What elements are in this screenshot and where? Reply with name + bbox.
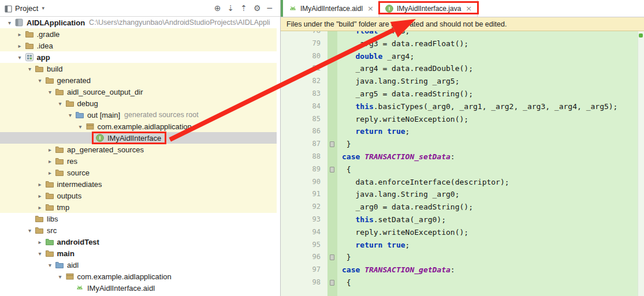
line-number[interactable]: 83 bbox=[281, 88, 327, 100]
tree-item-label: build bbox=[47, 65, 62, 73]
hide-panel-icon[interactable]: ─ bbox=[267, 4, 272, 12]
line-number[interactable]: 85 bbox=[281, 113, 327, 126]
code-line: 93 this.setData(_arg0); bbox=[281, 213, 638, 226]
chevron-down-icon[interactable]: ▾ bbox=[5, 20, 14, 26]
chevron-right-icon[interactable]: ▸ bbox=[15, 31, 25, 38]
folder-src-icon bbox=[55, 260, 64, 269]
settings-gear-icon[interactable]: ⚙ bbox=[254, 4, 261, 12]
package-icon bbox=[85, 122, 95, 131]
chevron-right-icon[interactable]: ▸ bbox=[35, 204, 45, 211]
tree-item-com-example-aidlapplication[interactable]: ▾com.example.aidlapplication bbox=[0, 271, 277, 282]
line-number[interactable]: 89 bbox=[281, 163, 327, 176]
line-number[interactable]: 91 bbox=[281, 188, 327, 201]
tree-item-outputs[interactable]: ▸outputs bbox=[0, 190, 277, 201]
chevron-down-icon[interactable]: ▾ bbox=[42, 5, 44, 11]
tree-item-intermediates[interactable]: ▸intermediates bbox=[0, 178, 277, 190]
tree-item-tmp[interactable]: ▸tmp bbox=[0, 201, 277, 213]
tree-item-src[interactable]: ▾src bbox=[0, 224, 277, 236]
fold-cell bbox=[327, 113, 337, 126]
fold-cell bbox=[327, 276, 337, 289]
tree-item-generated[interactable]: ▾generated bbox=[0, 74, 277, 86]
collapse-all-icon[interactable]: ⇡ bbox=[240, 4, 247, 12]
code-text: this.setData(_arg0); bbox=[337, 213, 446, 226]
tree-item-debug[interactable]: ▾debug bbox=[0, 98, 277, 109]
code-line: 97case TRANSACTION_getData: bbox=[281, 264, 638, 276]
fold-cell bbox=[327, 100, 337, 113]
code-text: _arg3 = data.readFloat(); bbox=[337, 38, 468, 50]
code-editor[interactable]: 78 float _arg3;79 _arg3 = data.readFloat… bbox=[281, 31, 644, 296]
chevron-down-icon[interactable]: ▾ bbox=[35, 77, 45, 84]
line-number[interactable]: 84 bbox=[281, 100, 327, 113]
line-number[interactable]: 87 bbox=[281, 138, 327, 151]
tree-item-out-main[interactable]: ▾out [main]generated sources root bbox=[0, 109, 277, 121]
tree-item-idea[interactable]: ▸.idea bbox=[0, 40, 277, 51]
chevron-right-icon[interactable]: ▸ bbox=[45, 158, 55, 164]
tree-item-main[interactable]: ▾main bbox=[0, 248, 277, 259]
fold-marker-icon[interactable] bbox=[330, 141, 334, 147]
code-text: java.lang.String _arg5; bbox=[337, 75, 460, 88]
tree-item-label: libs bbox=[47, 215, 58, 223]
fold-marker-icon[interactable] bbox=[330, 167, 334, 173]
tree-item-aidlapplication[interactable]: ▾AIDLApplicationC:\Users\zhangyunbao\And… bbox=[0, 17, 277, 28]
close-icon[interactable]: × bbox=[466, 5, 472, 12]
tree-item-imyaidlinterface[interactable]: IIMyAidlInterface bbox=[0, 132, 277, 144]
chevron-right-icon[interactable]: ▸ bbox=[45, 147, 55, 153]
tree-item-aidl-source-output-dir[interactable]: ▾aidl_source_output_dir bbox=[0, 86, 277, 98]
chevron-down-icon[interactable]: ▾ bbox=[76, 123, 85, 130]
tree-item-build[interactable]: ▾build bbox=[0, 63, 277, 74]
line-number[interactable]: 80 bbox=[281, 50, 327, 63]
line-number[interactable]: 93 bbox=[281, 213, 327, 226]
chevron-down-icon[interactable]: ▾ bbox=[55, 273, 65, 280]
tree-item-res[interactable]: ▸res bbox=[0, 155, 277, 167]
chevron-right-icon[interactable]: ▸ bbox=[15, 43, 25, 49]
close-icon[interactable]: × bbox=[367, 5, 374, 12]
line-number[interactable]: 95 bbox=[281, 239, 327, 252]
tree-item-com-example-aidlapplication[interactable]: ▾com.example.aidlapplication bbox=[0, 121, 277, 132]
fold-cell bbox=[327, 251, 337, 264]
chevron-down-icon[interactable]: ▾ bbox=[25, 227, 35, 234]
tree-item-imyaidlinterface-aidl[interactable]: IMyAidlInterface.aidl bbox=[0, 282, 277, 294]
tree-item-aidl[interactable]: ▾aidl bbox=[0, 259, 277, 271]
tree-item-ap-generated-sources[interactable]: ▸ap_generated_sources bbox=[0, 144, 277, 155]
code-line: 90 data.enforceInterface(descriptor); bbox=[281, 176, 638, 189]
tab-imyaidlinterface-java[interactable]: IIMyAidlInterface.java× bbox=[379, 0, 478, 17]
chevron-right-icon[interactable]: ▸ bbox=[35, 239, 45, 245]
chevron-right-icon[interactable]: ▸ bbox=[35, 193, 45, 199]
line-number[interactable]: 97 bbox=[281, 264, 327, 276]
tree-item-source[interactable]: ▸source bbox=[0, 167, 277, 178]
chevron-down-icon[interactable]: ▾ bbox=[35, 250, 45, 257]
line-number[interactable]: 86 bbox=[281, 125, 327, 138]
line-number[interactable]: 98 bbox=[281, 276, 327, 289]
chevron-right-icon[interactable]: ▸ bbox=[45, 170, 55, 176]
line-number[interactable]: 88 bbox=[281, 151, 327, 163]
chevron-down-icon[interactable]: ▾ bbox=[45, 89, 55, 95]
expand-all-icon[interactable]: ⇣ bbox=[228, 4, 234, 12]
locate-file-icon[interactable]: ⊕ bbox=[214, 4, 221, 12]
inspection-status-icon[interactable] bbox=[639, 33, 643, 38]
tree-item-libs[interactable]: libs bbox=[0, 213, 277, 224]
chevron-down-icon[interactable]: ▾ bbox=[25, 66, 35, 72]
fold-marker-icon[interactable] bbox=[330, 254, 334, 260]
chevron-down-icon[interactable]: ▾ bbox=[45, 262, 55, 268]
fold-marker-icon[interactable] bbox=[330, 280, 334, 286]
line-number[interactable]: 82 bbox=[281, 75, 327, 88]
code-line: 95 return true; bbox=[281, 239, 638, 252]
tree-item-label: src bbox=[47, 226, 57, 235]
chevron-down-icon[interactable]: ▾ bbox=[15, 54, 25, 61]
chevron-down-icon[interactable]: ▾ bbox=[65, 112, 75, 118]
line-number[interactable]: 78 bbox=[281, 31, 327, 38]
line-number[interactable]: 92 bbox=[281, 201, 327, 213]
project-selector[interactable]: Project bbox=[15, 4, 38, 13]
chevron-down-icon[interactable]: ▾ bbox=[55, 100, 65, 107]
chevron-right-icon[interactable]: ▸ bbox=[35, 181, 45, 188]
line-number[interactable]: 81 bbox=[281, 62, 327, 75]
line-number[interactable]: 96 bbox=[281, 251, 327, 264]
tree-item-androidtest[interactable]: ▸androidTest bbox=[0, 236, 277, 248]
line-number[interactable]: 90 bbox=[281, 176, 327, 189]
line-number[interactable]: 79 bbox=[281, 38, 327, 50]
tab-imyaidlinterface-aidl[interactable]: IMyAidlInterface.aidl× bbox=[283, 0, 379, 17]
editor-scrollbar[interactable] bbox=[638, 31, 644, 296]
tree-item-app[interactable]: ▾app bbox=[0, 51, 277, 63]
line-number[interactable]: 94 bbox=[281, 226, 327, 239]
tree-item-gradle[interactable]: ▸.gradle bbox=[0, 28, 277, 40]
